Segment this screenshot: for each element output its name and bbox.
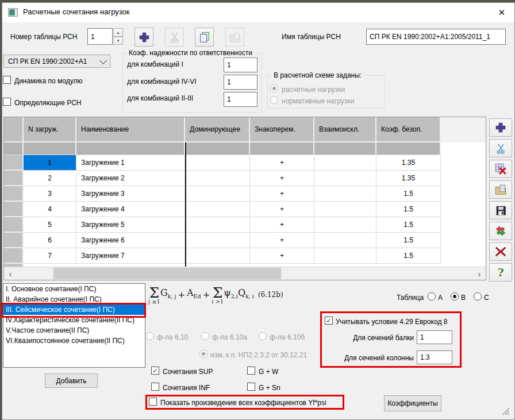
close-button[interactable]: ✕ bbox=[491, 4, 512, 21]
row-header-cell[interactable] bbox=[4, 202, 24, 217]
dynamics-checkbox[interactable] bbox=[3, 76, 11, 84]
add-combination-button[interactable]: Добавить bbox=[45, 373, 98, 388]
filter-cell[interactable] bbox=[76, 142, 185, 155]
cell-alternating[interactable]: + bbox=[250, 202, 314, 217]
cell-coef[interactable]: 1.35 bbox=[376, 155, 441, 171]
cell-dominant[interactable] bbox=[185, 233, 250, 248]
cell-dominant[interactable] bbox=[185, 186, 250, 202]
sup-checkbox[interactable]: ✓ bbox=[151, 367, 159, 375]
cell-n[interactable]: 6 bbox=[24, 233, 76, 248]
beam-input[interactable] bbox=[417, 330, 452, 344]
cut-row-button[interactable] bbox=[489, 139, 512, 157]
filter-cell[interactable] bbox=[314, 142, 376, 155]
cell-name[interactable]: Загружение 5 bbox=[76, 217, 185, 233]
row-header-cell[interactable] bbox=[4, 233, 24, 248]
cell-alternating[interactable]: + bbox=[250, 233, 314, 248]
list-item[interactable]: I. Основное сочетание(I ПС) bbox=[3, 284, 145, 294]
filter-cell[interactable] bbox=[250, 142, 314, 155]
cell-alternating[interactable]: + bbox=[250, 186, 314, 202]
cell-dominant[interactable] bbox=[185, 248, 250, 264]
combinations-listbox[interactable]: I. Основное сочетание(I ПС) II. Аварийно… bbox=[3, 283, 145, 368]
paste-special-button[interactable] bbox=[489, 180, 512, 199]
cell-mutual[interactable] bbox=[314, 155, 376, 171]
gsn-checkbox[interactable] bbox=[247, 383, 255, 391]
add-row-button[interactable] bbox=[489, 118, 512, 137]
cell-dominant[interactable] bbox=[185, 202, 250, 217]
cell-n[interactable]: 3 bbox=[24, 186, 76, 202]
list-item[interactable]: VI.Квазипостоянное сочетание(II ПС) bbox=[3, 336, 145, 346]
column-header[interactable]: Знакоперем. bbox=[250, 117, 314, 142]
cell-n[interactable]: 1 bbox=[24, 155, 76, 171]
reliability-input-2[interactable] bbox=[224, 75, 258, 90]
scroll-left-button[interactable]: ‹ bbox=[4, 267, 17, 280]
table-name-input[interactable] bbox=[366, 29, 506, 45]
save-button[interactable] bbox=[489, 201, 512, 219]
filter-cell[interactable] bbox=[185, 142, 250, 155]
cell-alternating[interactable]: + bbox=[250, 248, 314, 264]
add-table-button[interactable] bbox=[134, 28, 153, 47]
filter-cell[interactable] bbox=[24, 142, 76, 155]
cell-n[interactable]: 7 bbox=[24, 248, 76, 264]
cell-mutual[interactable] bbox=[314, 202, 376, 217]
cell-coef[interactable]: 1.5 bbox=[376, 233, 441, 248]
cell-name[interactable]: Загружение 4 bbox=[76, 202, 185, 217]
table-radio-b[interactable] bbox=[451, 292, 459, 300]
cell-dominant[interactable] bbox=[185, 155, 250, 171]
cell-coef[interactable]: 1.5 bbox=[376, 202, 441, 217]
row-header-cell[interactable] bbox=[4, 186, 24, 202]
scroll-right-button[interactable]: › bbox=[473, 267, 486, 280]
copy-table-button[interactable] bbox=[195, 28, 214, 47]
list-item[interactable]: II. Аварийное сочетание(I ПС) bbox=[3, 294, 145, 305]
eurocode-checkbox[interactable]: ✓ bbox=[325, 317, 333, 325]
show-product-checkbox[interactable] bbox=[149, 398, 157, 406]
cell-n[interactable]: 2 bbox=[24, 171, 76, 186]
cell-name[interactable]: Загружение 7 bbox=[76, 248, 185, 264]
cell-coef[interactable]: 1.35 bbox=[376, 171, 441, 186]
reliability-input-1[interactable] bbox=[224, 57, 258, 72]
cell-mutual[interactable] bbox=[314, 171, 376, 186]
resize-grip-icon[interactable] bbox=[498, 403, 510, 416]
row-header-cell[interactable] bbox=[4, 171, 24, 186]
filter-cell[interactable] bbox=[376, 142, 441, 155]
cell-name[interactable]: Загружение 1 bbox=[76, 155, 185, 171]
cell-name[interactable]: Загружение 3 bbox=[76, 186, 185, 202]
spinner-up-button[interactable]: ▲ bbox=[113, 28, 123, 37]
cell-mutual[interactable] bbox=[314, 217, 376, 233]
gw-checkbox[interactable] bbox=[247, 367, 255, 375]
cell-mutual[interactable] bbox=[314, 233, 376, 248]
cell-mutual[interactable] bbox=[314, 186, 376, 202]
cell-name[interactable]: Загружение 2 bbox=[76, 171, 185, 186]
cell-coef[interactable]: 1.5 bbox=[376, 186, 441, 202]
cell-dominant[interactable] bbox=[185, 217, 250, 233]
table-radio-c[interactable] bbox=[474, 292, 482, 300]
inf-checkbox[interactable] bbox=[151, 383, 159, 391]
norm-combobox[interactable]: СП РК EN 1990:2002+А1 bbox=[3, 55, 110, 68]
coefficients-button[interactable]: Коэффициенты bbox=[384, 395, 441, 411]
cell-alternating[interactable]: + bbox=[250, 217, 314, 233]
cell-coef[interactable]: 1.5 bbox=[376, 217, 441, 233]
scrollbar-thumb[interactable] bbox=[53, 268, 281, 279]
defining-checkbox[interactable] bbox=[3, 98, 11, 106]
cell-coef[interactable]: 1.5 bbox=[376, 248, 441, 264]
help-button[interactable]: ? bbox=[489, 263, 512, 282]
delete-table-button[interactable] bbox=[489, 160, 512, 178]
column-input[interactable] bbox=[417, 350, 452, 364]
cell-n[interactable]: 4 bbox=[24, 202, 76, 217]
table-number-input[interactable] bbox=[87, 28, 113, 45]
column-header[interactable]: Взаимоискл. bbox=[314, 117, 376, 142]
cell-dominant[interactable] bbox=[185, 171, 250, 186]
horizontal-scrollbar[interactable]: ‹ › bbox=[4, 267, 486, 280]
row-header-cell[interactable] bbox=[4, 217, 24, 233]
table-radio-a[interactable] bbox=[428, 292, 436, 300]
row-header-cell[interactable] bbox=[4, 248, 24, 264]
cell-name[interactable]: Загружение 6 bbox=[76, 233, 185, 248]
column-header[interactable]: Доминирующее bbox=[185, 117, 250, 142]
cell-n[interactable]: 5 bbox=[24, 217, 76, 233]
reliability-input-3[interactable] bbox=[224, 92, 258, 107]
list-item-selected[interactable]: III. Сейсмическое сочетание(I ПС) bbox=[3, 305, 145, 315]
list-item[interactable]: V.Частое сочетание(II ПС) bbox=[3, 325, 145, 336]
column-header[interactable]: Наименование bbox=[76, 117, 185, 142]
column-header[interactable]: Коэф. безоп. bbox=[376, 117, 441, 142]
corner-header-cell[interactable] bbox=[4, 117, 24, 142]
filter-cell[interactable] bbox=[4, 142, 24, 155]
